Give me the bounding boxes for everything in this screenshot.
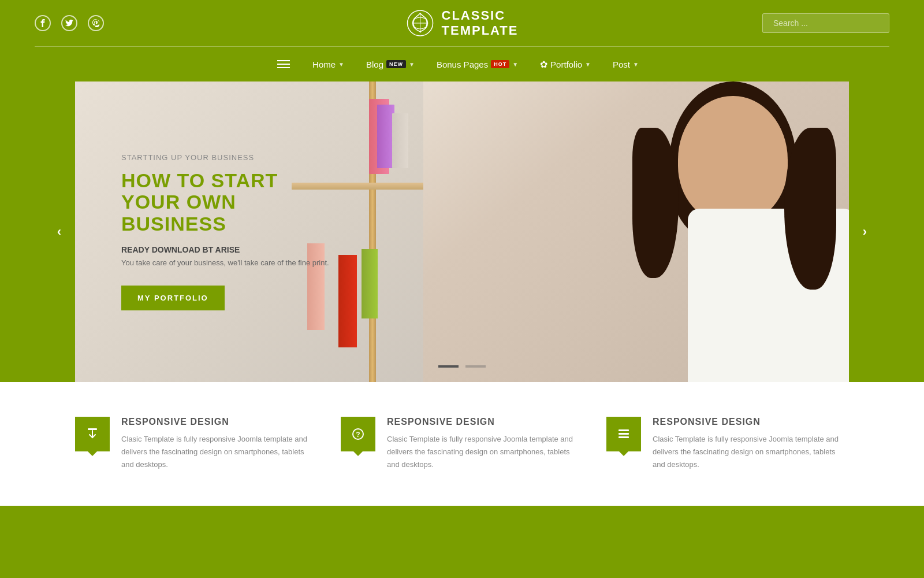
feature-text-3: RESPONSIVE DESIGN Clasic Template is ful… [653,417,849,471]
facebook-icon[interactable] [35,15,51,31]
slide-dot-1[interactable] [438,365,459,368]
slide-ready: READY DOWNLOAD BT ARISE [121,245,341,254]
social-icons [35,15,104,31]
nav-blog[interactable]: Blog NEW ▼ [358,55,423,74]
feature-title-3: RESPONSIVE DESIGN [653,417,849,427]
blog-new-badge: NEW [386,60,406,68]
svg-text:?: ? [356,431,360,439]
svg-rect-3 [88,428,97,430]
hero-slider-wrapper: STARTTING UP YOUR BUSINESS HOW TO START … [75,81,849,382]
nav-blog-chevron: ▼ [409,61,415,68]
woman-face [678,96,788,223]
next-slide-button[interactable]: › [849,212,881,252]
feature-item-3: RESPONSIVE DESIGN Clasic Template is ful… [606,417,849,471]
feature-desc-2: Clasic Template is fully responsive Joom… [387,433,583,471]
feature-text-2: RESPONSIVE DESIGN Clasic Template is ful… [387,417,583,471]
search-input[interactable] [762,13,889,33]
feature-desc-1: Clasic Template is fully responsive Joom… [121,433,318,471]
nav-post-label: Post [613,60,630,69]
nav-portfolio-label: Portfolio [550,60,582,69]
nav-portfolio-chevron: ▼ [585,61,591,68]
nav-blog-label: Blog [366,60,383,69]
book-purple [377,105,394,168]
nav-home-chevron: ▼ [338,61,344,68]
woman-hair-left [632,128,679,278]
book-light [392,113,408,168]
nav-bonus-chevron: ▼ [512,61,518,68]
prev-slide-button[interactable]: ‹ [43,212,75,252]
pinterest-icon[interactable] [88,15,104,31]
nav-post[interactable]: Post ▼ [605,55,647,74]
feature-icon-3 [606,417,641,451]
feature-icon-2: ? [341,417,375,451]
woman-hair-right [784,128,836,290]
nav-bar: Home ▼ Blog NEW ▼ Bonus Pages HOT ▼ ✿ Po… [0,47,924,81]
slide-title: HOW TO START YOUR OWN BUSINESS [121,170,341,235]
slide-subtitle: STARTTING UP YOUR BUSINESS [121,153,341,162]
nav-home-label: Home [312,60,336,69]
portfolio-button[interactable]: MY PORTFOLIO [121,286,225,310]
logo-area: CLASSIC TEMPLATE [406,8,519,39]
hero-slide: STARTTING UP YOUR BUSINESS HOW TO START … [75,81,849,382]
slider-dots [438,365,486,368]
twitter-icon[interactable] [61,15,77,31]
nav-bonus-label: Bonus Pages [437,60,488,69]
slide-content: STARTTING UP YOUR BUSINESS HOW TO START … [121,153,341,310]
features-section: RESPONSIVE DESIGN Clasic Template is ful… [0,382,924,506]
feature-item-2: ? RESPONSIVE DESIGN Clasic Template is f… [341,417,583,471]
hamburger-menu[interactable] [277,60,290,68]
logo-text: CLASSIC TEMPLATE [442,8,519,39]
top-bar: CLASSIC TEMPLATE [0,0,924,46]
svg-rect-7 [619,433,629,435]
feature-title-2: RESPONSIVE DESIGN [387,417,583,427]
svg-rect-8 [619,436,629,438]
svg-rect-6 [619,429,629,431]
bottom-strip [0,506,924,535]
nav-post-chevron: ▼ [633,61,639,68]
feature-title-1: RESPONSIVE DESIGN [121,417,318,427]
slide-desc: You take care of your business, we'll ta… [121,257,341,269]
binder-green [362,249,378,318]
search-area [762,13,889,33]
bonus-hot-badge: HOT [491,60,509,68]
feature-icon-1 [75,417,110,451]
feature-text-1: RESPONSIVE DESIGN Clasic Template is ful… [121,417,318,471]
feature-item-1: RESPONSIVE DESIGN Clasic Template is ful… [75,417,318,471]
feature-desc-3: Clasic Template is fully responsive Joom… [653,433,849,471]
nav-portfolio[interactable]: ✿ Portfolio ▼ [532,54,599,75]
slide-dot-2[interactable] [465,365,486,368]
binder-red [338,255,357,347]
nav-bonus[interactable]: Bonus Pages HOT ▼ [429,55,526,74]
logo-icon [406,9,435,38]
portfolio-icon: ✿ [540,59,547,70]
nav-home[interactable]: Home ▼ [304,55,352,74]
